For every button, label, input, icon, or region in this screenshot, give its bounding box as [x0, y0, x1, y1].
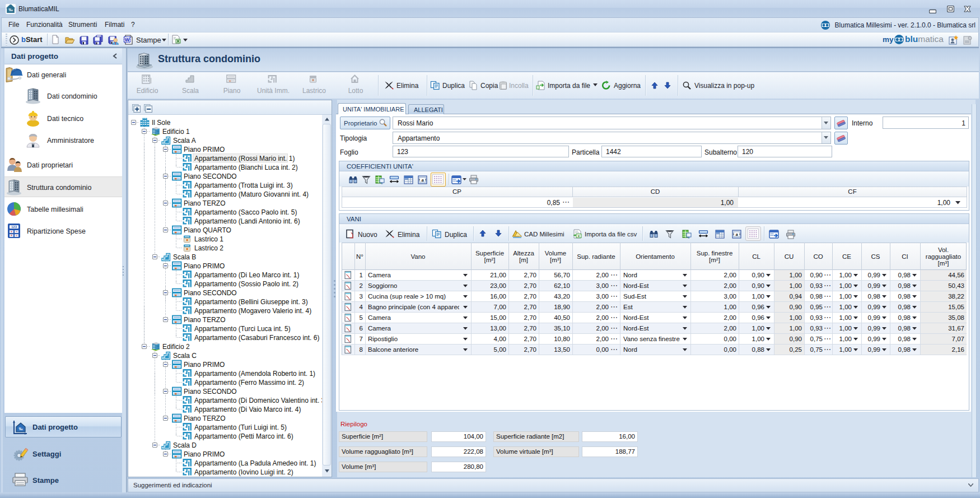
svg-text:‰: ‰	[19, 427, 23, 431]
svg-text:−: −	[16, 230, 17, 233]
svg-text:×: ×	[11, 234, 12, 237]
svg-text:+: +	[11, 230, 12, 233]
svg-text:123: 123	[11, 225, 17, 229]
svg-text:÷: ÷	[16, 234, 17, 237]
svg-text:W: W	[125, 37, 130, 43]
svg-text:‰: ‰	[8, 7, 13, 12]
